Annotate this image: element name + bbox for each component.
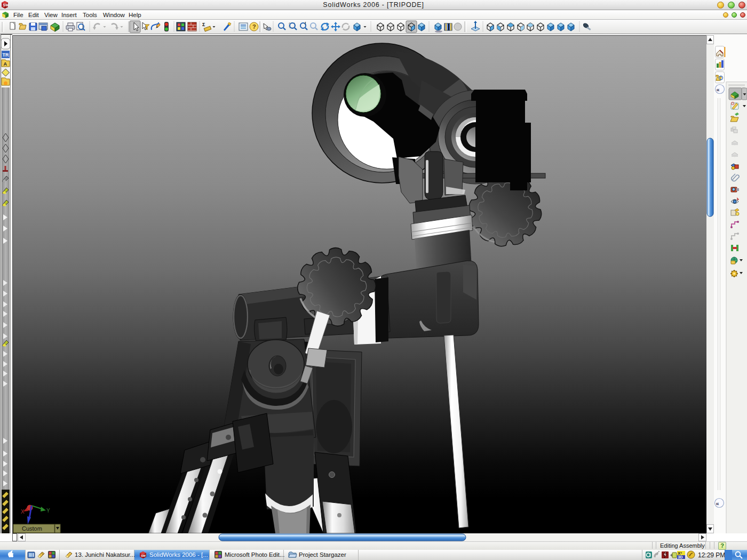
svg-text:Σ: Σ bbox=[202, 22, 205, 27]
svg-text:Y: Y bbox=[46, 508, 50, 514]
svg-text:Custom: Custom bbox=[22, 525, 42, 532]
svg-text:3D: 3D bbox=[678, 555, 683, 559]
svg-text:A: A bbox=[4, 61, 7, 67]
svg-text:SW: SW bbox=[141, 554, 146, 557]
svg-text:X: X bbox=[21, 509, 25, 515]
svg-text:«: « bbox=[717, 86, 720, 93]
svg-text:!: ! bbox=[305, 21, 306, 26]
svg-text:?: ? bbox=[252, 23, 256, 30]
svg-text:«: « bbox=[716, 500, 719, 507]
svg-text:12:29 PM: 12:29 PM bbox=[698, 551, 725, 559]
svg-text:TR: TR bbox=[3, 52, 9, 58]
